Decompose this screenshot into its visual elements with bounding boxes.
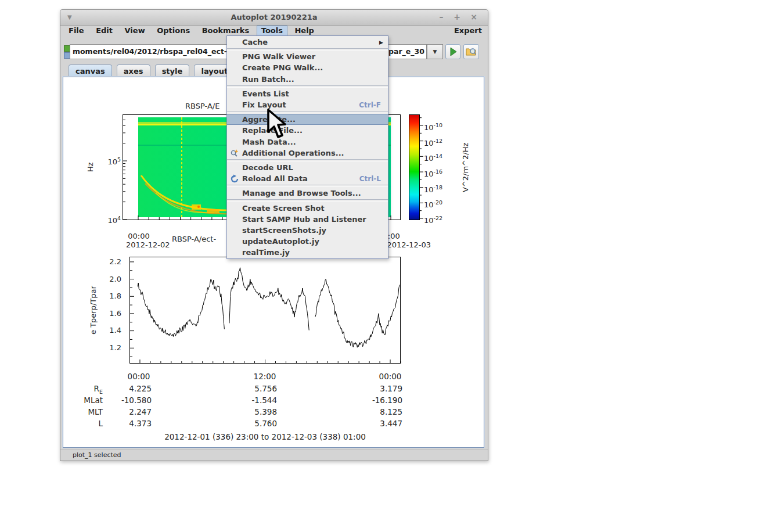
menu-edit[interactable]: Edit — [91, 26, 117, 37]
menu-separator — [227, 48, 388, 51]
menu-item-decode-url[interactable]: Decode URL — [227, 162, 388, 173]
menu-item-fix-layout[interactable]: Fix Layout Ctrl-F — [227, 99, 388, 110]
menu-separator — [227, 159, 388, 161]
menu-separator — [227, 199, 388, 202]
menu-separator — [227, 85, 388, 88]
colorbar-tick-labels: 10-10 10-12 10-14 10-16 10-18 10-20 10-2… — [424, 114, 459, 221]
spectrogram-xlabel: RBSP-A/ect- — [172, 235, 216, 243]
operations-icon — [230, 148, 239, 157]
close-button[interactable]: × — [468, 10, 480, 25]
inspect-uri-button[interactable] — [463, 44, 479, 59]
menu-item-run-batch[interactable]: Run Batch... — [227, 74, 388, 85]
uri-text-right: Tpar_e_30 — [384, 45, 424, 59]
menu-item-create-png-walk[interactable]: Create PNG Walk... — [227, 62, 388, 73]
menu-item-replace-file[interactable]: Replace File... — [227, 125, 388, 136]
spectrogram-ytick-1e5: 105 — [95, 156, 121, 166]
menu-item-additional-operations[interactable]: Additional Operations... — [227, 148, 388, 159]
lineplot-ytick: 1.6 — [102, 309, 121, 318]
menu-item-updateautoplot-jy[interactable]: updateAutoplot.jy — [227, 236, 388, 247]
spectrogram-ylabel: Hz — [86, 159, 95, 176]
window-title: Autoplot 20190221a — [60, 10, 488, 25]
spectrogram-title: RBSP-A/E — [185, 102, 219, 110]
tab-axes[interactable]: axes — [117, 64, 150, 77]
mouse-cursor — [265, 109, 291, 140]
time-range-title: 2012-12-01 (336) 23:00 to 2012-12-03 (33… — [129, 432, 401, 441]
uri-text-left: moments/rel04/2012/rbspa_rel04_ect-h — [73, 45, 232, 59]
lineplot-ytick: 1.4 — [102, 326, 121, 335]
lineplot-ylabel: e Tperp/Tpar — [89, 275, 98, 345]
tab-canvas[interactable]: canvas — [69, 64, 112, 77]
lineplot-ytick: 1.2 — [102, 343, 121, 352]
chevron-down-icon: ▼ — [433, 49, 437, 55]
menu-item-png-walk-viewer[interactable]: PNG Walk Viewer — [227, 51, 388, 62]
menu-item-events-list[interactable]: Events List — [227, 88, 388, 99]
menu-item-startscreenshots-jy[interactable]: startScreenShots.jy — [227, 225, 388, 236]
uri-dropdown-button[interactable]: ▼ — [427, 44, 443, 59]
tab-style[interactable]: style — [155, 64, 190, 77]
menu-view[interactable]: View — [120, 26, 150, 37]
reload-icon — [230, 174, 239, 184]
colorbar-label: V^2/m^2/Hz — [461, 132, 470, 202]
status-text: plot_1 selected — [73, 451, 121, 459]
status-bar: plot_1 selected — [60, 449, 488, 461]
title-bar[interactable]: ▼ Autoplot 20190221a – + × — [60, 10, 488, 26]
menu-options[interactable]: Options — [152, 26, 195, 37]
lineplot-ytick: 1.8 — [102, 292, 121, 300]
expert-label[interactable]: Expert — [454, 26, 482, 37]
submenu-arrow-icon: ▶ — [379, 39, 388, 45]
lineplot[interactable] — [129, 257, 401, 364]
folder-magnifier-icon — [464, 45, 478, 59]
lineplot-ytick: 2.0 — [102, 275, 121, 283]
menu-item-manage-and-browse-tools[interactable]: Manage and Browse Tools... — [227, 188, 388, 199]
menu-file[interactable]: File — [64, 26, 89, 37]
autoplot-window: ▼ Autoplot 20190221a – + × File Edit Vie… — [60, 9, 488, 461]
menu-separator — [227, 111, 388, 113]
maximize-button[interactable]: + — [451, 10, 463, 25]
spectrogram-ytick-1e4: 104 — [95, 215, 121, 225]
minimize-button[interactable]: – — [436, 10, 447, 25]
tools-menu-popup: Cache ▶ PNG Walk Viewer Create PNG Walk.… — [226, 35, 388, 259]
play-icon — [446, 45, 460, 59]
menu-separator — [227, 185, 388, 187]
go-plot-button[interactable] — [445, 44, 460, 59]
spectrogram-xtick-left: 00:00 — [116, 232, 162, 240]
menu-item-start-samp-hub[interactable]: Start SAMP Hub and Listener — [227, 214, 388, 225]
lineplot-xtick-1: 12:00 — [242, 372, 288, 381]
menu-item-aggregate[interactable]: Aggregate... — [227, 114, 388, 125]
menu-item-mash-data[interactable]: Mash Data... — [227, 136, 388, 148]
lineplot-xtick-2: 00:00 — [367, 372, 413, 381]
lineplot-xtick-0: 00:00 — [116, 372, 162, 381]
menu-item-realtime-jy[interactable]: realTime.jy — [227, 247, 388, 258]
menu-item-create-screen-shot[interactable]: Create Screen Shot — [227, 202, 388, 213]
menu-item-reload-all-data[interactable]: Reload All Data Ctrl-L — [227, 173, 388, 184]
lineplot-ytick: 2.2 — [102, 257, 121, 266]
spectrogram-date-left: 2012-12-02 — [126, 240, 170, 249]
menu-item-cache[interactable]: Cache ▶ — [227, 37, 388, 48]
